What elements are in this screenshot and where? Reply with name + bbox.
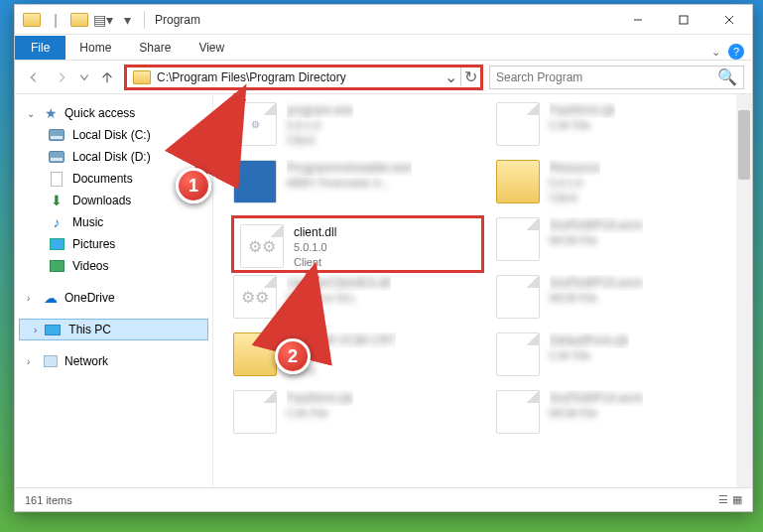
- document-icon: [51, 172, 63, 187]
- separator: [144, 11, 145, 29]
- chevron-right-icon: ›: [34, 325, 37, 335]
- sidebar-item-downloads[interactable]: ⬇Downloads: [19, 190, 208, 211]
- folder-icon: [233, 332, 277, 376]
- videos-icon: [50, 260, 64, 272]
- minimize-button[interactable]: [615, 5, 661, 35]
- file-item[interactable]: ⚙ program.exe5.0.1.0Client: [231, 100, 484, 158]
- installer-icon: [233, 160, 277, 203]
- ribbon-tabs: File Home Share View ⌄ ?: [15, 35, 752, 61]
- qat-sep: |: [45, 9, 66, 31]
- recent-dropdown-icon[interactable]: [78, 66, 90, 88]
- file-item-highlighted[interactable]: ⚙⚙ client.dll5.0.1.0Client: [231, 215, 484, 273]
- search-input[interactable]: [496, 70, 717, 84]
- folder-icon: [496, 160, 540, 203]
- help-icon[interactable]: ?: [728, 44, 744, 60]
- file-item[interactable]: Microsoft VC90 CRT5.0.1.0Client: [231, 331, 484, 388]
- chevron-right-icon: ›: [27, 293, 37, 304]
- navigation-bar: C:\Program Files\Program Directory ⌄ ↻ 🔍: [15, 61, 752, 94]
- disk-icon: [49, 151, 64, 163]
- sidebar-item-network[interactable]: › Network: [19, 350, 208, 372]
- explorer-window: | ▤▾ ▾ Program File Home Share View ⌄ ?: [14, 4, 753, 512]
- chevron-right-icon: ›: [27, 356, 37, 367]
- window-controls: [615, 5, 752, 35]
- sidebar-item-videos[interactable]: Videos: [19, 255, 208, 277]
- tiles-view-icon[interactable]: ▦: [732, 493, 742, 506]
- file-name: client.dll: [294, 224, 336, 240]
- file-list: ⚙ program.exe5.0.1.0Client FastNrml.cjkC…: [213, 94, 752, 487]
- svg-rect-1: [680, 16, 688, 24]
- file-item[interactable]: SndToWP14.wcmWCM File: [494, 388, 747, 446]
- scroll-thumb[interactable]: [738, 110, 750, 180]
- qat-dropdown-icon[interactable]: ▾: [116, 9, 138, 31]
- file-item[interactable]: DefaultFont.cjkCJK File: [494, 331, 747, 388]
- vertical-scrollbar[interactable]: [736, 94, 752, 487]
- cloud-icon: ☁: [43, 290, 59, 306]
- address-bar[interactable]: C:\Program Files\Program Directory ⌄ ↻: [124, 65, 483, 90]
- refresh-icon[interactable]: ↻: [460, 67, 480, 86]
- quick-access-label: Quick access: [64, 106, 135, 120]
- download-icon: ⬇: [49, 193, 64, 208]
- music-icon: ♪: [49, 214, 64, 230]
- window-title: Program: [151, 13, 200, 27]
- titlebar: | ▤▾ ▾ Program: [15, 5, 752, 35]
- sidebar-item-music[interactable]: ♪Music: [19, 211, 208, 233]
- file-item[interactable]: SndToWP15.wcmWCM File: [494, 273, 747, 331]
- sidebar-item-local-disk-c[interactable]: Local Disk (C:): [19, 124, 208, 146]
- file-icon: [496, 332, 540, 376]
- ribbon-expand-icon[interactable]: ⌄: [711, 46, 720, 59]
- file-item[interactable]: FastNrml.cjkCJK File: [494, 100, 747, 158]
- file-tab[interactable]: File: [15, 36, 65, 60]
- file-item[interactable]: Resource5.0.1.0Client: [494, 158, 747, 215]
- sidebar-item-documents[interactable]: Documents: [19, 168, 208, 190]
- properties-icon[interactable]: ▤▾: [92, 9, 114, 31]
- quick-access-header[interactable]: ⌄ ★ Quick access: [19, 102, 208, 124]
- dll-icon: ⚙⚙: [240, 224, 284, 268]
- star-icon: ★: [43, 105, 59, 121]
- file-icon: [496, 390, 540, 434]
- network-icon: [44, 355, 58, 367]
- sidebar-item-local-disk-d[interactable]: Local Disk (D:): [19, 146, 208, 168]
- maximize-button[interactable]: [661, 5, 706, 35]
- status-bar: 161 items ☰ ▦: [15, 487, 752, 511]
- tab-share[interactable]: Share: [125, 36, 185, 60]
- tab-view[interactable]: View: [185, 36, 238, 60]
- navigation-pane: ⌄ ★ Quick access Local Disk (C:) Local D…: [15, 94, 213, 487]
- folder-icon: [21, 9, 43, 31]
- chevron-down-icon: ⌄: [27, 108, 37, 119]
- details-view-icon[interactable]: ☰: [718, 493, 728, 506]
- search-icon[interactable]: 🔍: [717, 67, 737, 86]
- main-area: ⌄ ★ Quick access Local Disk (C:) Local D…: [15, 94, 752, 487]
- back-button[interactable]: [23, 66, 45, 88]
- file-icon: [496, 217, 540, 261]
- forward-button[interactable]: [51, 66, 72, 88]
- sidebar-item-onedrive[interactable]: › ☁ OneDrive: [19, 287, 208, 309]
- tab-home[interactable]: Home: [65, 36, 125, 60]
- disk-icon: [49, 129, 64, 141]
- dll-icon: ⚙⚙: [233, 275, 277, 319]
- file-item[interactable]: SndToWP16.wcmWCM File: [494, 215, 747, 273]
- file-icon: [233, 390, 277, 434]
- sidebar-item-this-pc[interactable]: › This PC: [19, 319, 208, 340]
- item-count: 161 items: [25, 494, 72, 506]
- file-item[interactable]: ⚙⚙ UpdaterClientES.dllResource DLL: [231, 273, 484, 331]
- file-item[interactable]: FastNrml.cjkCJK File: [231, 388, 484, 446]
- sidebar-item-pictures[interactable]: Pictures: [19, 233, 208, 255]
- file-item[interactable]: ProgrammsInstaller.exeABBY Finereader tr…: [231, 158, 484, 215]
- address-dropdown-icon[interactable]: ⌄: [441, 67, 460, 86]
- up-button[interactable]: [96, 66, 118, 88]
- search-box[interactable]: 🔍: [489, 66, 744, 89]
- pictures-icon: [50, 238, 64, 250]
- file-icon: [496, 275, 540, 319]
- file-icon: [496, 102, 540, 146]
- address-path[interactable]: C:\Program Files\Program Directory: [157, 70, 441, 84]
- quick-access-toolbar: | ▤▾ ▾: [15, 9, 138, 31]
- computer-icon: [45, 325, 61, 335]
- folder-icon: [68, 9, 90, 31]
- folder-icon: [133, 70, 151, 84]
- close-button[interactable]: [706, 5, 752, 35]
- exe-icon: ⚙: [233, 102, 277, 146]
